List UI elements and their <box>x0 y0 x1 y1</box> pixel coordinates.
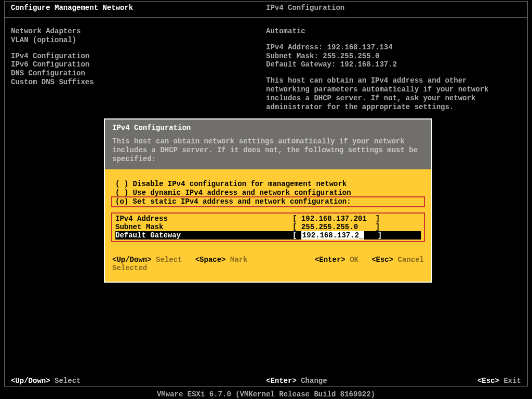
dialog-header: IPv4 Configuration This host can obtain … <box>105 119 431 169</box>
version-bar: VMware ESXi 6.7.0 (VMKernel Release Buil… <box>0 389 532 399</box>
dlg-hint-enter-label: OK <box>350 256 358 264</box>
hint-enter-key: <Enter> <box>266 377 297 385</box>
info-auto: Automatic <box>266 27 521 36</box>
footer-hints: <Up/Down> Select <Enter> Change <Esc> Ex… <box>5 376 527 386</box>
info-panel: Automatic IPv4 Address: 192.168.137.134 … <box>266 27 521 111</box>
hint-esc-key: <Esc> <box>477 377 499 385</box>
field-subnet-mask[interactable]: Subnet Mask [ 255.255.255.0 ] <box>115 223 421 231</box>
info-mask: Subnet Mask: 255.255.255.0 <box>266 52 521 61</box>
ipv4-config-dialog: IPv4 Configuration This host can obtain … <box>104 118 432 283</box>
dlg-hint-esc-label: Cancel <box>398 256 424 264</box>
field-subnet-mask-value[interactable]: [ 255.255.255.0 ] <box>292 223 421 231</box>
menu-item-vlan[interactable]: VLAN (optional) <box>11 36 266 45</box>
static-fields: IPv4 Address [ 192.168.137.201 ] Subnet … <box>112 214 424 241</box>
radio-dhcp-ipv4[interactable]: ( ) Use dynamic IPv4 address and network… <box>112 189 424 197</box>
menu-item-network-adapters[interactable]: Network Adapters <box>11 27 266 36</box>
menu-item-ipv6[interactable]: IPv6 Configuration <box>11 60 266 69</box>
field-subnet-mask-label: Subnet Mask <box>115 223 292 231</box>
body: Network Adapters VLAN (optional) IPv4 Co… <box>5 18 527 111</box>
field-ipv4-address-value[interactable]: [ 192.168.137.201 ] <box>292 215 421 223</box>
title-left: Configure Management Network <box>11 4 266 12</box>
dlg-hint-enter-key: <Enter> <box>315 256 345 264</box>
radio-disable-ipv4[interactable]: ( ) Disable IPv4 configuration for manag… <box>112 180 424 189</box>
dialog-description: This host can obtain network settings au… <box>112 137 424 163</box>
hint-esc-label: Exit <box>503 377 521 385</box>
dlg-hint-updown-key: <Up/Down> <box>112 256 152 264</box>
field-ipv4-address[interactable]: IPv4 Address [ 192.168.137.201 ] <box>115 215 421 223</box>
info-gw: Default Gateway: 192.168.137.2 <box>266 60 521 69</box>
menu-panel: Network Adapters VLAN (optional) IPv4 Co… <box>11 27 266 111</box>
hint-enter-label: Change <box>301 377 327 385</box>
field-default-gateway-label: Default Gateway <box>115 231 292 240</box>
menu-item-dns[interactable]: DNS Configuration <box>11 69 266 78</box>
field-default-gateway-value[interactable]: [ 192.168.137.2_ ] <box>292 231 421 240</box>
hint-updown-label: Select <box>55 377 81 385</box>
hint-updown-key: <Up/Down> <box>11 377 50 385</box>
dlg-hint-updown-label: Select <box>156 256 182 264</box>
menu-item-suffixes[interactable]: Custom DNS Suffixes <box>11 78 266 87</box>
dialog-hints: <Up/Down> Select <Space> Mark Selected <… <box>112 256 424 275</box>
dialog-title: IPv4 Configuration <box>112 124 424 132</box>
info-paragraph: This host can obtain an IPv4 address and… <box>266 76 510 111</box>
menu-item-ipv4[interactable]: IPv4 Configuration <box>11 52 266 61</box>
field-default-gateway[interactable]: Default Gateway [ 192.168.137.2_ ] <box>115 231 421 240</box>
radio-static-ipv4[interactable]: (o) Set static IPv4 address and network … <box>112 197 424 206</box>
title-right: IPv4 Configuration <box>266 4 521 12</box>
title-bar: Configure Management Network IPv4 Config… <box>5 2 527 18</box>
info-ipv4: IPv4 Address: 192.168.137.134 <box>266 43 521 52</box>
dlg-hint-esc-key: <Esc> <box>371 256 393 264</box>
dialog-body: ( ) Disable IPv4 configuration for manag… <box>105 169 431 281</box>
field-ipv4-address-label: IPv4 Address <box>115 215 292 223</box>
gateway-input[interactable]: 192.168.137.2_ <box>301 231 365 240</box>
dlg-hint-space-key: <Space> <box>195 256 226 264</box>
